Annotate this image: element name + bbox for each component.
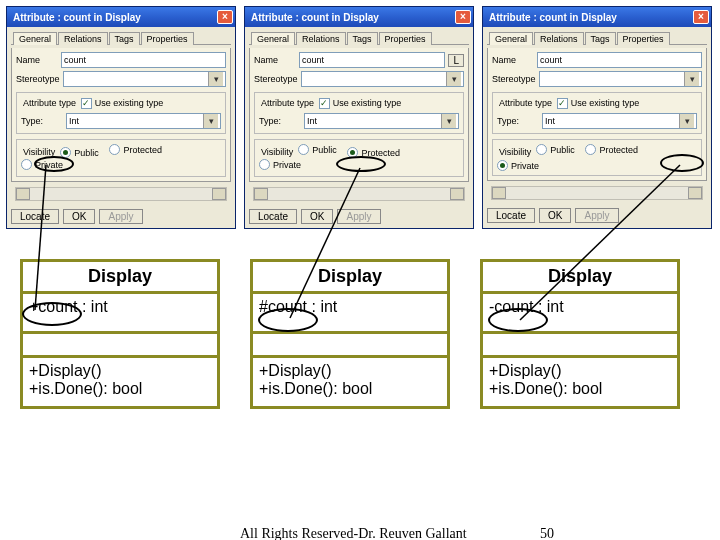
type-label: Type: — [497, 116, 539, 126]
scrollbar-horizontal[interactable] — [491, 186, 703, 200]
uml-row: Display +count : int +Display() +is.Done… — [0, 229, 720, 419]
uml-class-attrs: +count : int — [23, 294, 217, 334]
title-text: Attribute : count in Display — [13, 12, 141, 23]
title-bar: Attribute : count in Display × — [245, 7, 473, 27]
close-icon[interactable]: × — [217, 10, 233, 24]
use-existing-checkbox[interactable]: ✓ Use existing type — [81, 98, 164, 109]
name-label: Name — [492, 55, 534, 65]
check-icon: ✓ — [557, 98, 568, 109]
use-existing-checkbox[interactable]: ✓ Use existing type — [319, 98, 402, 109]
attribute-dialog: Attribute : count in Display × General R… — [244, 6, 474, 229]
tab-tags[interactable]: Tags — [585, 32, 616, 45]
title-text: Attribute : count in Display — [489, 12, 617, 23]
title-text: Attribute : count in Display — [251, 12, 379, 23]
attribute-type-label: Attribute type — [259, 98, 316, 108]
tab-panel: Name count Stereotype Attribute type ✓ U… — [487, 48, 707, 181]
type-label: Type: — [259, 116, 301, 126]
type-label: Type: — [21, 116, 63, 126]
scrollbar-horizontal[interactable] — [253, 187, 465, 201]
tab-strip: General Relations Tags Properties — [11, 31, 231, 45]
visibility-group: Visibility Public Protected Private — [16, 139, 226, 177]
stereotype-combo[interactable] — [63, 71, 226, 87]
tab-tags[interactable]: Tags — [347, 32, 378, 45]
button-row: Locate OK Apply — [7, 207, 235, 228]
visibility-group: Visibility Public Protected Private — [254, 139, 464, 177]
radio-private[interactable]: Private — [497, 160, 539, 171]
visibility-group: Visibility Public Protected Private — [492, 139, 702, 176]
title-bar: Attribute : count in Display × — [483, 7, 711, 27]
name-label: Name — [254, 55, 296, 65]
attribute-type-label: Attribute type — [497, 98, 554, 108]
attribute-type-label: Attribute type — [21, 98, 78, 108]
radio-protected[interactable]: Protected — [585, 144, 638, 155]
tab-general[interactable]: General — [251, 32, 295, 45]
stereotype-label: Stereotype — [492, 74, 536, 84]
visibility-label: Visibility — [259, 147, 295, 157]
attribute-type-group: Attribute type ✓ Use existing type Type:… — [16, 92, 226, 134]
attribute-dialog: Attribute : count in Display × General R… — [482, 6, 712, 229]
ok-button[interactable]: OK — [63, 209, 95, 224]
stereotype-combo[interactable] — [539, 71, 702, 87]
tab-panel: Name count Stereotype Attribute type ✓ U… — [11, 48, 231, 182]
tab-properties[interactable]: Properties — [379, 32, 432, 45]
uml-class-name: Display — [23, 262, 217, 294]
page-number: 50 — [540, 526, 554, 540]
apply-button[interactable]: Apply — [575, 208, 618, 223]
tab-properties[interactable]: Properties — [141, 32, 194, 45]
radio-private[interactable]: Private — [21, 159, 63, 170]
locate-button[interactable]: Locate — [249, 209, 297, 224]
locate-button[interactable]: Locate — [487, 208, 535, 223]
check-icon: ✓ — [319, 98, 330, 109]
radio-protected[interactable]: Protected — [347, 147, 400, 158]
name-input[interactable]: count — [537, 52, 702, 68]
locate-button[interactable]: Locate — [11, 209, 59, 224]
uml-class-ops: +Display() +is.Done(): bool — [483, 358, 677, 406]
tab-relations[interactable]: Relations — [296, 32, 346, 45]
ok-button[interactable]: OK — [301, 209, 333, 224]
radio-private[interactable]: Private — [259, 159, 301, 170]
tab-strip: General Relations Tags Properties — [487, 31, 707, 45]
uml-class-ops: +Display() +is.Done(): bool — [23, 358, 217, 406]
uml-class-ops: +Display() +is.Done(): bool — [253, 358, 447, 406]
uml-class-box: Display #count : int +Display() +is.Done… — [250, 259, 450, 409]
apply-button[interactable]: Apply — [99, 209, 142, 224]
small-button[interactable]: L — [448, 54, 464, 67]
type-combo[interactable]: Int — [542, 113, 697, 129]
close-icon[interactable]: × — [693, 10, 709, 24]
uml-class-attrs: -count : int — [483, 294, 677, 334]
tab-tags[interactable]: Tags — [109, 32, 140, 45]
uml-class-attrs: #count : int — [253, 294, 447, 334]
name-input[interactable]: count — [61, 52, 226, 68]
copyright-text: All Rights Reserved-Dr. Reuven Gallant — [240, 526, 467, 540]
check-icon: ✓ — [81, 98, 92, 109]
uml-class-name: Display — [253, 262, 447, 294]
close-icon[interactable]: × — [455, 10, 471, 24]
visibility-label: Visibility — [21, 147, 57, 157]
radio-protected[interactable]: Protected — [109, 144, 162, 155]
radio-public[interactable]: Public — [60, 147, 99, 158]
use-existing-checkbox[interactable]: ✓ Use existing type — [557, 98, 640, 109]
tab-panel: Name count L Stereotype Attribute type ✓… — [249, 48, 469, 182]
radio-public[interactable]: Public — [298, 144, 337, 155]
type-combo[interactable]: Int — [304, 113, 459, 129]
radio-public[interactable]: Public — [536, 144, 575, 155]
ok-button[interactable]: OK — [539, 208, 571, 223]
tab-properties[interactable]: Properties — [617, 32, 670, 45]
name-input[interactable]: count — [299, 52, 445, 68]
button-row: Locate OK Apply — [245, 207, 473, 228]
scrollbar-horizontal[interactable] — [15, 187, 227, 201]
apply-button[interactable]: Apply — [337, 209, 380, 224]
title-bar: Attribute : count in Display × — [7, 7, 235, 27]
dialog-row: Attribute : count in Display × General R… — [0, 0, 720, 229]
tab-relations[interactable]: Relations — [534, 32, 584, 45]
stereotype-label: Stereotype — [16, 74, 60, 84]
tab-strip: General Relations Tags Properties — [249, 31, 469, 45]
tab-general[interactable]: General — [13, 32, 57, 45]
stereotype-label: Stereotype — [254, 74, 298, 84]
attribute-type-group: Attribute type ✓ Use existing type Type:… — [492, 92, 702, 134]
stereotype-combo[interactable] — [301, 71, 464, 87]
tab-relations[interactable]: Relations — [58, 32, 108, 45]
tab-general[interactable]: General — [489, 32, 533, 45]
uml-class-box: Display +count : int +Display() +is.Done… — [20, 259, 220, 409]
type-combo[interactable]: Int — [66, 113, 221, 129]
